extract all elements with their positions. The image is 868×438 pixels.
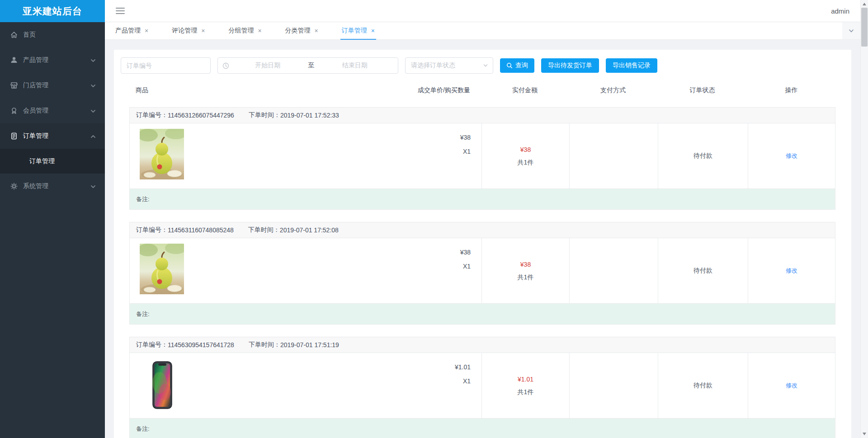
order-status: 待付款 — [693, 381, 712, 390]
paid-amount: ¥1.01 — [518, 373, 533, 386]
chevron-down-icon — [483, 63, 488, 68]
close-icon[interactable]: × — [315, 28, 318, 34]
sidebar-item-label: 订单管理 — [23, 132, 90, 140]
tab-label: 订单管理 — [342, 27, 367, 35]
quantity: X1 — [455, 374, 471, 388]
end-date-placeholder[interactable]: 结束日期 — [316, 61, 394, 70]
start-date-placeholder[interactable]: 开始日期 — [229, 61, 307, 70]
tab-label: 分类管理 — [285, 27, 311, 35]
unit-price: ¥38 — [460, 131, 471, 145]
tab-product-management[interactable]: 产品管理 × — [114, 22, 150, 39]
order-status: 待付款 — [693, 267, 712, 275]
order-card: 订单编号：1145631266075447296 下单时间：2019-07-01… — [129, 107, 835, 210]
close-icon[interactable]: × — [201, 28, 205, 34]
sidebar-item-members[interactable]: 会员管理 — [0, 98, 105, 123]
tab-label: 分组管理 — [228, 27, 254, 35]
tab-comment-management[interactable]: 评论管理 × — [170, 22, 206, 39]
order-status-placeholder: 请选择订单状态 — [411, 61, 483, 70]
order-time-label: 下单时间： — [249, 111, 280, 119]
date-range-picker[interactable]: 开始日期 至 结束日期 — [217, 57, 398, 74]
order-note-row: 备注: — [130, 303, 835, 324]
pay-method-cell — [569, 238, 658, 303]
order-time-value: 2019-07-01 17:51:19 — [280, 341, 339, 349]
order-table-header: 商品 成交单价/购买数量 实付金额 支付方式 订单状态 操作 — [129, 74, 835, 107]
product-cell: ¥38 X1 — [130, 238, 481, 303]
modify-link[interactable]: 修改 — [786, 152, 797, 160]
column-header-product: 商品 — [136, 86, 148, 94]
main-area: admin 产品管理 × 评论管理 × 分组管理 × 分类管理 × 订单管理 × — [105, 0, 860, 438]
sidebar-item-label: 会员管理 — [23, 107, 90, 115]
order-time-label: 下单时间： — [249, 341, 280, 349]
order-number-value: 1145631266075447296 — [168, 112, 234, 119]
sidebar-item-system[interactable]: 系统管理 — [0, 174, 105, 199]
sidebar-item-label: 门店管理 — [23, 81, 90, 89]
export-sales-records-button[interactable]: 导出销售记录 — [606, 58, 657, 73]
app-window: 亚米建站后台 首页 产品管理 门店管理 — [0, 0, 868, 438]
gear-icon — [10, 182, 18, 190]
close-icon[interactable]: × — [258, 28, 261, 34]
filter-row: 开始日期 至 结束日期 请选择订单状态 查询 导出待发货订单 — [114, 50, 851, 74]
sidebar-item-label: 产品管理 — [23, 56, 90, 64]
tab-group-management[interactable]: 分组管理 × — [227, 22, 263, 39]
order-status-cell: 待付款 — [658, 123, 748, 188]
sidebar-item-stores[interactable]: 门店管理 — [0, 73, 105, 98]
order-card-header: 订单编号：1145631160748085248 下单时间：2019-07-01… — [130, 222, 835, 238]
product-cell: ¥1.01 X1 — [130, 353, 481, 418]
order-card: 订单编号：1145631160748085248 下单时间：2019-07-01… — [129, 222, 835, 325]
tab-category-management[interactable]: 分类管理 × — [284, 22, 320, 39]
product-cell: ¥38 X1 — [130, 123, 481, 188]
product-image-iphone[interactable] — [144, 360, 180, 411]
note-label: 备注: — [136, 310, 150, 318]
sidebar-item-home[interactable]: 首页 — [0, 22, 105, 47]
quantity: X1 — [460, 259, 471, 273]
order-time-value: 2019-07-01 17:52:08 — [280, 226, 339, 234]
sidebar: 亚米建站后台 首页 产品管理 门店管理 — [0, 0, 105, 438]
column-header-actions: 操作 — [747, 86, 835, 94]
product-image-pear[interactable] — [140, 244, 184, 296]
export-pending-orders-button[interactable]: 导出待发货订单 — [541, 58, 599, 73]
pay-method-cell — [569, 353, 658, 418]
close-icon[interactable]: × — [145, 28, 148, 34]
order-number-input[interactable] — [121, 57, 211, 74]
modify-link[interactable]: 修改 — [786, 267, 797, 275]
column-header-order-status: 订单状态 — [657, 86, 747, 94]
tabbar: 产品管理 × 评论管理 × 分组管理 × 分类管理 × 订单管理 × — [105, 22, 860, 40]
vertical-scrollbar[interactable] — [860, 0, 868, 438]
search-button[interactable]: 查询 — [500, 58, 534, 73]
order-card: 订单编号：1145630954157641728 下单时间：2019-07-01… — [129, 337, 835, 438]
scroll-up-arrow-icon[interactable] — [863, 3, 866, 5]
tab-list-dropdown-button[interactable] — [842, 22, 860, 39]
tab-order-management[interactable]: 订单管理 × — [340, 22, 376, 39]
order-card-body: ¥1.01 X1 ¥1.01 共1件 待付款 — [130, 353, 835, 418]
chevron-up-icon — [90, 133, 96, 139]
hamburger-menu-icon[interactable] — [116, 8, 125, 14]
sidebar-subitem-order-management[interactable]: 订单管理 — [0, 149, 105, 174]
modify-link[interactable]: 修改 — [786, 381, 797, 390]
unit-price: ¥38 — [460, 245, 471, 259]
sidebar-item-products[interactable]: 产品管理 — [0, 47, 105, 73]
order-card-body: ¥38 X1 ¥38 共1件 待付款 — [130, 238, 835, 303]
note-label: 备注: — [136, 425, 150, 433]
chevron-down-icon — [848, 28, 854, 34]
date-separator: 至 — [307, 61, 316, 70]
item-count: 共1件 — [518, 156, 534, 169]
order-status-select[interactable]: 请选择订单状态 — [405, 57, 493, 74]
product-image-pear[interactable] — [140, 129, 184, 181]
scroll-down-arrow-icon[interactable] — [863, 433, 866, 435]
order-card-body: ¥38 X1 ¥38 共1件 待付款 — [130, 123, 835, 188]
order-card-header: 订单编号：1145631266075447296 下单时间：2019-07-01… — [130, 108, 835, 123]
order-number-label: 订单编号： — [136, 111, 168, 119]
chevron-down-icon — [90, 184, 96, 189]
chevron-down-icon — [90, 57, 96, 63]
current-user[interactable]: admin — [831, 7, 849, 15]
paid-amount-cell: ¥1.01 共1件 — [481, 353, 569, 418]
order-note-row: 备注: — [130, 418, 835, 438]
sidebar-item-label: 系统管理 — [23, 182, 90, 190]
order-time-value: 2019-07-01 17:52:33 — [280, 112, 339, 119]
user-icon — [10, 56, 18, 64]
sidebar-item-orders[interactable]: 订单管理 — [0, 123, 105, 149]
scrollbar-thumb[interactable] — [861, 8, 868, 47]
store-icon — [10, 81, 18, 89]
paid-amount: ¥38 — [520, 258, 531, 271]
close-icon[interactable]: × — [371, 28, 375, 34]
